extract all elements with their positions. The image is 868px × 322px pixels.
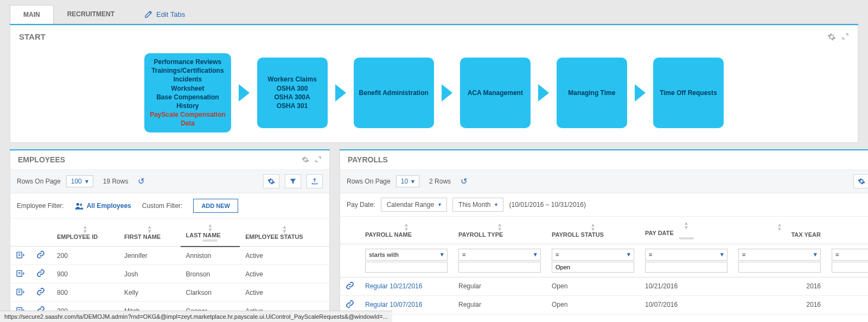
sort-icon[interactable]: ▲▼ xyxy=(186,223,235,232)
open-record-icon[interactable] xyxy=(16,288,24,295)
cell-first-name: Jennifer xyxy=(119,247,181,265)
filter-value-input[interactable] xyxy=(365,262,448,273)
payrolls-card: PAYROLLS Rows On Page 10 ▾ 2 Rows ↺ Pay … xyxy=(340,149,868,323)
sort-icon[interactable]: ▲▼ xyxy=(365,223,448,231)
filter-operator[interactable]: =▾ xyxy=(645,249,727,261)
payroll-name-link[interactable]: Regular 10/21/2016 xyxy=(365,282,422,290)
arrow-right-icon xyxy=(442,84,452,102)
cell-payroll-type: Regular xyxy=(453,277,546,295)
filter-operator[interactable]: starts with▾ xyxy=(365,249,448,261)
employees-card: EMPLOYEES Rows On Page 100 ▾ 19 Rows ↺ E… xyxy=(10,149,330,323)
workflow-step[interactable]: ACA Management xyxy=(460,58,531,128)
sort-icon[interactable]: ▲▼ xyxy=(124,225,175,233)
col-last-name: ▲▼LAST NAME xyxy=(181,219,240,247)
workflow-step[interactable]: Managing Time xyxy=(557,58,627,128)
workflow-step[interactable]: Workers ClaimsOSHA 300OSHA 300AOSHA 301 xyxy=(257,58,328,128)
sort-icon[interactable]: ▲▼ xyxy=(57,225,113,233)
table-row: Regular 10/07/2016RegularOpen10/07/20162… xyxy=(340,295,868,314)
payrolls-date-filter-row: Pay Date: Calendar Range ▾ This Month ▾ … xyxy=(340,193,868,217)
payrolls-table: ▲▼PAYROLL NAME ▲▼PAYROLL TYPE ▲▼PAYROLL … xyxy=(340,217,868,314)
col-employee-status: ▲▼EMPLOYEE STATUS xyxy=(240,219,329,247)
employee-filter-label: Employee Filter: xyxy=(17,202,64,210)
cell-tax-quarter: 4 xyxy=(826,295,868,314)
refresh-icon[interactable]: ↺ xyxy=(138,176,145,186)
all-employees-filter[interactable]: All Employees xyxy=(75,202,131,210)
link-icon[interactable] xyxy=(36,269,45,277)
people-icon xyxy=(75,202,84,210)
sort-icon[interactable]: ▲▼ xyxy=(245,225,324,233)
gear-icon[interactable] xyxy=(302,156,309,163)
filter-button[interactable] xyxy=(285,174,301,188)
cell-employee-status: Active xyxy=(240,283,329,302)
edit-tabs-link[interactable]: Edit Tabs xyxy=(144,10,185,18)
filter-value-input[interactable] xyxy=(552,262,634,273)
start-workflow: Performance ReviewsTrainings/Certificati… xyxy=(10,48,858,142)
col-employee-id: ▲▼EMPLOYEE ID xyxy=(52,219,119,247)
link-icon[interactable] xyxy=(36,250,45,259)
sort-icon[interactable]: ▲▼ xyxy=(832,223,868,231)
cell-employee-status: Active xyxy=(240,247,329,265)
tab-main[interactable]: MAIN xyxy=(10,5,54,24)
payrolls-title: PAYROLLS xyxy=(348,155,388,164)
workflow-step[interactable]: Performance ReviewsTrainings/Certificati… xyxy=(144,53,231,132)
employees-table: ▲▼EMPLOYEE ID ▲▼FIRST NAME ▲▼LAST NAME ▲… xyxy=(10,219,329,323)
col-tax-quarter: ▲▼TAX QUARTER xyxy=(826,217,868,244)
sort-icon[interactable]: ▲▼ xyxy=(645,221,727,230)
tab-recruitment[interactable]: RECRUITMENT xyxy=(54,4,128,24)
cell-employee-id: 900 xyxy=(52,265,119,283)
rows-on-page-label: Rows On Page xyxy=(347,178,391,185)
sort-icon[interactable]: ▲▼ xyxy=(552,223,634,231)
chevron-down-icon: ▾ xyxy=(438,201,441,207)
payrolls-toolbar: Rows On Page 10 ▾ 2 Rows ↺ xyxy=(340,170,868,193)
table-row: Regular 10/21/2016RegularOpen10/21/20162… xyxy=(340,277,868,295)
top-tab-bar: MAIN RECRUITMENT Edit Tabs xyxy=(0,0,868,24)
cell-employee-id: 200 xyxy=(52,247,119,265)
sort-handle[interactable] xyxy=(679,237,694,239)
filter-value-input[interactable] xyxy=(832,262,868,273)
row-count-label: 2 Rows xyxy=(429,178,451,185)
payrolls-header: PAYROLLS xyxy=(340,150,868,170)
workflow-step[interactable]: Time Off Requests xyxy=(653,58,724,128)
export-button[interactable] xyxy=(307,174,323,188)
start-header: START xyxy=(10,26,858,48)
svg-point-1 xyxy=(80,204,82,206)
open-record-icon[interactable] xyxy=(16,251,24,258)
chevron-down-icon: ▾ xyxy=(85,178,88,185)
expand-icon[interactable] xyxy=(315,156,322,163)
cell-pay-date: 10/21/2016 xyxy=(640,277,733,295)
expand-icon[interactable] xyxy=(841,33,849,41)
sort-handle[interactable] xyxy=(202,239,218,242)
add-new-button[interactable]: ADD NEW xyxy=(193,199,238,213)
filter-operator[interactable]: =▾ xyxy=(458,249,541,261)
cell-payroll-type: Regular xyxy=(453,295,546,314)
workflow-step[interactable]: Benefit Administration xyxy=(354,58,434,128)
rows-on-page-select[interactable]: 100 ▾ xyxy=(66,175,93,187)
filter-operator[interactable]: =▾ xyxy=(832,249,868,261)
filter-operator[interactable]: =▾ xyxy=(738,249,821,261)
filter-value-input[interactable] xyxy=(458,262,541,273)
filter-value-input[interactable] xyxy=(645,262,727,273)
status-bar-url: https://secure2.saashr.com/ta/DEMOJM.adm… xyxy=(0,311,392,322)
col-payroll-status: ▲▼PAYROLL STATUS xyxy=(546,217,640,244)
start-title: START xyxy=(19,32,46,41)
link-icon[interactable] xyxy=(36,287,45,296)
settings-gear-button[interactable] xyxy=(853,174,868,188)
filter-operator[interactable]: =▾ xyxy=(552,249,634,261)
open-record-icon[interactable] xyxy=(16,269,24,277)
svg-point-0 xyxy=(76,203,79,205)
filter-value-input[interactable] xyxy=(738,262,821,273)
employees-filter-row: Employee Filter: All Employees Custom Fi… xyxy=(10,193,329,219)
link-icon[interactable] xyxy=(346,281,354,290)
settings-gear-button[interactable] xyxy=(263,174,279,188)
svg-rect-4 xyxy=(17,289,22,295)
link-icon[interactable] xyxy=(346,300,354,308)
payroll-name-link[interactable]: Regular 10/07/2016 xyxy=(365,301,422,308)
sort-icon[interactable]: ▲▼ xyxy=(738,223,821,231)
rows-on-page-select[interactable]: 10 ▾ xyxy=(396,175,419,187)
sort-icon[interactable]: ▲▼ xyxy=(458,223,541,231)
refresh-icon[interactable]: ↺ xyxy=(461,176,468,186)
this-month-select[interactable]: This Month ▾ xyxy=(452,198,503,212)
calendar-range-select[interactable]: Calendar Range ▾ xyxy=(381,198,447,212)
gear-icon[interactable] xyxy=(827,33,836,41)
arrow-right-icon xyxy=(635,84,646,102)
